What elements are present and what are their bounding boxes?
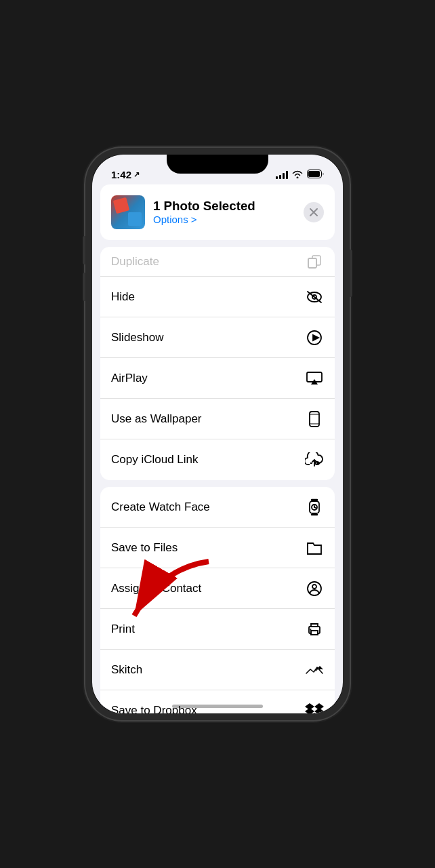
contact-icon: [305, 579, 324, 598]
menu-item-hide[interactable]: Hide: [100, 277, 335, 317]
menu-item-airplay[interactable]: AirPlay: [100, 358, 335, 399]
notch: [167, 155, 268, 174]
svg-rect-12: [310, 412, 319, 427]
phone-screen: 1:42 ↗: [92, 155, 343, 713]
files-icon: [305, 538, 324, 557]
airplay-icon: [305, 369, 324, 388]
wifi-icon: [292, 170, 303, 180]
time-display: 1:42: [111, 169, 131, 180]
wallpaper-icon: [305, 410, 324, 429]
svg-marker-9: [313, 335, 318, 340]
watch-face-label: Create Watch Face: [111, 500, 210, 514]
menu-item-skitch[interactable]: Skitch: [100, 650, 335, 690]
icloud-link-label: Copy iCloud Link: [111, 453, 199, 467]
duplicate-label: Duplicate: [111, 255, 159, 269]
svg-rect-26: [311, 631, 318, 635]
close-button[interactable]: [304, 202, 324, 222]
svg-rect-3: [308, 258, 316, 268]
menu-section-2: Create Watch Face Save t: [100, 487, 335, 713]
location-icon: ↗: [133, 170, 140, 179]
svg-line-21: [314, 507, 316, 508]
volume-up-button[interactable]: [83, 236, 85, 264]
airplay-label: AirPlay: [111, 372, 148, 385]
menu-item-wallpaper[interactable]: Use as Wallpaper: [100, 399, 335, 439]
menu-item-duplicate[interactable]: Duplicate: [100, 247, 335, 277]
home-indicator[interactable]: [172, 705, 263, 708]
share-header-info: 1 Photo Selected Options >: [153, 199, 255, 226]
hide-label: Hide: [111, 290, 135, 304]
menu-item-watch-face[interactable]: Create Watch Face: [100, 487, 335, 528]
menu-section-1: Duplicate Hide: [100, 247, 335, 480]
share-header-left: 1 Photo Selected Options >: [111, 195, 255, 229]
phone-frame: 1:42 ↗: [85, 148, 350, 720]
signal-icon: [276, 171, 288, 179]
svg-rect-1: [308, 171, 320, 177]
battery-icon: [307, 170, 324, 180]
svg-marker-31: [305, 708, 314, 713]
slideshow-label: Slideshow: [111, 331, 164, 344]
menu-item-dropbox[interactable]: Save to Dropbox: [100, 690, 335, 713]
share-header: 1 Photo Selected Options >: [100, 184, 335, 240]
menu-item-icloud-link[interactable]: Copy iCloud Link: [100, 439, 335, 480]
hide-icon: [305, 288, 324, 307]
power-button[interactable]: [350, 250, 352, 297]
options-link[interactable]: Options >: [153, 214, 197, 225]
contact-label: Assign to Contact: [111, 582, 201, 595]
slideshow-icon: [305, 328, 324, 347]
icloud-link-icon: [305, 450, 324, 469]
wallpaper-label: Use as Wallpaper: [111, 412, 202, 426]
svg-point-23: [312, 585, 316, 589]
svg-marker-32: [314, 708, 324, 713]
status-icons: [276, 170, 324, 180]
skitch-label: Skitch: [111, 663, 142, 677]
photo-count-label: 1 Photo Selected: [153, 199, 255, 214]
menu-item-save-files[interactable]: Save to Files: [100, 528, 335, 568]
menu-item-contact[interactable]: Assign to Contact: [100, 568, 335, 609]
dropbox-icon: [305, 701, 324, 713]
status-time: 1:42 ↗: [111, 169, 140, 180]
svg-point-28: [310, 629, 312, 630]
save-files-label: Save to Files: [111, 541, 178, 555]
watch-icon: [305, 498, 324, 517]
menu-item-print[interactable]: Print: [100, 609, 335, 650]
volume-down-button[interactable]: [83, 273, 85, 301]
print-icon: [305, 620, 324, 639]
content-area: 1 Photo Selected Options > Duplicate: [92, 184, 343, 713]
photo-thumbnail: [111, 195, 145, 229]
print-label: Print: [111, 623, 135, 636]
duplicate-icon: [305, 252, 324, 271]
skitch-icon: [305, 660, 324, 679]
menu-item-slideshow[interactable]: Slideshow: [100, 317, 335, 358]
